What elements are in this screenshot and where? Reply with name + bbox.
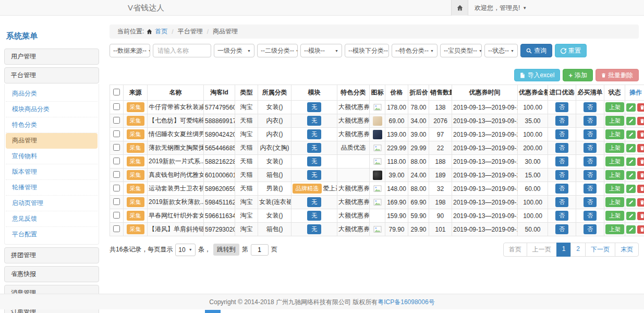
filter-select[interactable]: --状态-- ▼ [484, 44, 518, 57]
import-excel-button[interactable]: 导入excel [514, 69, 560, 81]
pager-button[interactable]: 2 [570, 243, 586, 257]
reset-button[interactable]: 重置 [555, 44, 587, 57]
edit-button[interactable] [626, 225, 636, 234]
pager-button[interactable]: 首页 [503, 243, 527, 257]
edit-button[interactable] [626, 144, 636, 152]
edit-button[interactable] [626, 158, 636, 166]
row-checkbox[interactable] [113, 103, 120, 110]
sidebar-subitem[interactable]: 商品分类 [6, 86, 98, 102]
row-checkbox[interactable] [113, 158, 120, 164]
filter-select[interactable]: --模块-- ▼ [300, 44, 342, 57]
must-buy-toggle[interactable]: 否 [584, 170, 597, 180]
status-button[interactable]: 上架 [605, 116, 624, 126]
delete-button[interactable] [637, 130, 644, 139]
must-buy-toggle[interactable]: 否 [584, 102, 597, 112]
import-select-toggle[interactable]: 否 [555, 211, 568, 221]
user-menu[interactable]: 欢迎您，管理员! ▼ [468, 0, 533, 16]
must-buy-toggle[interactable]: 否 [584, 129, 597, 139]
jump-button[interactable]: 跳转到 [213, 244, 239, 256]
sidebar-subitem[interactable]: 意见反馈 [6, 211, 98, 227]
edit-button[interactable] [626, 198, 636, 207]
delete-button[interactable] [637, 171, 644, 179]
sidebar-subitem[interactable]: 版本管理 [6, 164, 98, 180]
delete-button[interactable] [637, 144, 644, 152]
per-page-select[interactable]: 10 ▼ [175, 244, 195, 256]
filter-select[interactable]: --特色分类-- ▼ [392, 44, 438, 57]
filter-select[interactable]: --模块下分类-- ▼ [345, 44, 389, 57]
must-buy-toggle[interactable]: 否 [584, 211, 597, 221]
row-checkbox[interactable] [113, 185, 120, 191]
status-button[interactable]: 上架 [605, 224, 624, 234]
add-button[interactable]: + 添加 [563, 69, 593, 81]
sidebar-subitem[interactable]: 特色分类 [6, 117, 98, 133]
page-number-input[interactable] [251, 244, 269, 256]
breadcrumb-home-link[interactable]: 首页 [155, 27, 167, 36]
delete-button[interactable] [637, 117, 644, 125]
status-button[interactable]: 上架 [605, 143, 624, 153]
home-button[interactable] [451, 0, 468, 16]
filter-select[interactable]: --数据来源-- ▼ [110, 44, 150, 57]
delete-button[interactable] [637, 185, 644, 193]
edit-button[interactable] [626, 117, 636, 125]
status-button[interactable]: 上架 [605, 211, 624, 221]
import-select-toggle[interactable]: 否 [555, 129, 568, 139]
status-button[interactable]: 上架 [605, 156, 624, 166]
edit-button[interactable] [626, 130, 636, 139]
delete-button[interactable] [637, 225, 644, 234]
import-select-toggle[interactable]: 否 [555, 102, 568, 112]
edit-button[interactable] [626, 212, 636, 220]
import-select-toggle[interactable]: 否 [555, 156, 568, 166]
filter-select[interactable]: --二级分类-- ▼ [257, 44, 298, 57]
sidebar-subitem[interactable]: 轮播管理 [6, 180, 98, 196]
import-select-toggle[interactable]: 否 [555, 224, 568, 234]
import-select-toggle[interactable]: 否 [555, 184, 568, 194]
sidebar-panel[interactable]: 拼团管理 [4, 247, 99, 263]
row-checkbox[interactable] [113, 198, 120, 205]
delete-button[interactable] [637, 103, 644, 112]
row-checkbox[interactable] [113, 130, 120, 137]
status-button[interactable]: 上架 [605, 197, 624, 207]
delete-button[interactable] [637, 158, 644, 166]
sidebar-subitem[interactable]: 启动页管理 [6, 196, 98, 211]
row-checkbox[interactable] [113, 144, 120, 151]
sidebar-panel[interactable]: 用户管理 [4, 49, 99, 65]
sidebar-subitem[interactable]: 平台配置 [6, 227, 98, 242]
edit-button[interactable] [626, 185, 636, 193]
import-select-toggle[interactable]: 否 [555, 116, 568, 126]
status-button[interactable]: 上架 [605, 129, 624, 139]
status-button[interactable]: 上架 [605, 184, 624, 194]
must-buy-toggle[interactable]: 否 [584, 143, 597, 153]
status-button[interactable]: 上架 [605, 170, 624, 180]
pager-button[interactable]: 下一页 [585, 243, 615, 257]
row-checkbox[interactable] [113, 225, 120, 232]
filter-select[interactable]: 一级分类 ▼ [214, 44, 254, 57]
icp-link[interactable]: 粤ICP备16098006号 [378, 298, 434, 306]
row-checkbox[interactable] [113, 171, 120, 178]
delete-button[interactable] [637, 212, 644, 220]
pager-button[interactable]: 1 [556, 243, 572, 257]
batch-delete-button[interactable]: 批量删除 [596, 69, 639, 81]
row-checkbox[interactable] [113, 117, 120, 124]
edit-button[interactable] [626, 171, 636, 179]
must-buy-toggle[interactable]: 否 [584, 197, 597, 207]
sidebar-subitem[interactable]: 宣传物料 [6, 149, 98, 164]
import-select-toggle[interactable]: 否 [555, 197, 568, 207]
import-select-toggle[interactable]: 否 [555, 143, 568, 153]
pager-button[interactable]: 末页 [615, 243, 639, 257]
sidebar-panel[interactable]: 省惠快报 [4, 266, 99, 282]
select-all-checkbox[interactable] [113, 89, 120, 95]
sidebar-subitem[interactable]: 商品管理 [6, 133, 98, 149]
must-buy-toggle[interactable]: 否 [584, 224, 597, 234]
name-search-input[interactable] [153, 44, 211, 57]
import-select-toggle[interactable]: 否 [555, 170, 568, 180]
search-button[interactable]: 查询 [520, 44, 552, 57]
must-buy-toggle[interactable]: 否 [584, 156, 597, 166]
sidebar-panel[interactable]: 平台管理 [4, 67, 99, 83]
edit-button[interactable] [626, 103, 636, 112]
must-buy-toggle[interactable]: 否 [584, 116, 597, 126]
delete-button[interactable] [637, 198, 644, 207]
filter-select[interactable]: --宝贝类型-- ▼ [440, 44, 482, 57]
pager-button[interactable]: 上一页 [527, 243, 557, 257]
sidebar-subitem[interactable]: 模块商品分类 [6, 102, 98, 117]
status-button[interactable]: 上架 [605, 102, 624, 112]
